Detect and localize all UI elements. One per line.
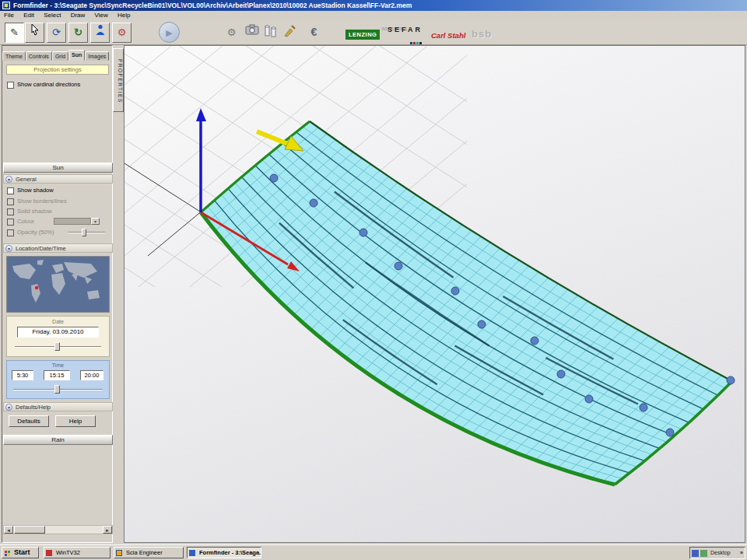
membrane-node [270, 174, 278, 182]
refresh-icon: ↻ [74, 26, 82, 38]
euro-icon[interactable]: € [305, 24, 323, 41]
membrane-node [451, 287, 459, 295]
collapse-icon[interactable]: ▾ [5, 176, 12, 183]
menu-file[interactable]: File [0, 11, 18, 19]
update-tool-button[interactable]: ↻ [68, 23, 88, 43]
colour-row: Colour ▾ [7, 218, 34, 226]
time-slider-thumb[interactable] [54, 385, 60, 394]
menu-edit[interactable]: Edit [19, 11, 38, 19]
brush-icon[interactable] [280, 24, 298, 41]
taskbar: Start WinTV32 Scia Engineer Formfinder -… [0, 544, 747, 560]
toolbar: ✎ ⟳ ↻ ⚙ ▶ ⚙ [0, 19, 747, 45]
play-button[interactable]: ▶ [159, 22, 180, 43]
menu-draw[interactable]: Draw [67, 11, 89, 19]
partner-logo: bsb [472, 26, 492, 40]
app-icon [2, 2, 10, 9]
sun-panel: ThemeControlsGridSunImages Projection se… [2, 45, 113, 543]
panel-scrollbar[interactable]: ◄ ► [3, 525, 113, 534]
location-marker [35, 286, 38, 289]
tab-grid[interactable]: Grid [52, 51, 68, 61]
scroll-right-icon[interactable]: ► [103, 526, 112, 534]
tab-controls[interactable]: Controls [26, 51, 52, 61]
windows-flag-icon [5, 551, 11, 557]
gears-icon[interactable]: ⚙ [223, 24, 240, 41]
properties-tab[interactable]: PROPERTIES [113, 48, 124, 112]
membrane-node [478, 320, 486, 328]
general-group-header[interactable]: ▾ General [3, 174, 113, 184]
carlstahl-logo: Carl Stahl [431, 27, 465, 41]
sun-section-header[interactable]: Sun [3, 163, 113, 173]
date-group: Date Friday, 03.09.2010 [6, 316, 110, 357]
location-group-header[interactable]: ▾ Location/Date/Time [3, 243, 113, 253]
menu-help[interactable]: Help [114, 11, 134, 19]
membrane-node [666, 429, 674, 436]
colour-swatch [54, 218, 91, 225]
show-shadow-row[interactable]: Show shadow [7, 187, 54, 195]
membrane-node [359, 229, 367, 236]
task-formfinder[interactable]: Formfinder - 3:\Seaga... [187, 547, 261, 558]
tray-icon-2[interactable] [700, 550, 707, 557]
membrane-node [531, 337, 538, 345]
date-field[interactable]: Friday, 03.09.2010 [17, 327, 99, 338]
system-tray: Desktop » [689, 547, 745, 559]
solid-shadow-checkbox [7, 208, 14, 215]
tab-images[interactable]: Images [85, 51, 109, 61]
collapse-icon[interactable]: ▾ [5, 404, 12, 411]
solid-shadow-row: Solid shadow [7, 208, 52, 216]
menu-view[interactable]: View [91, 11, 112, 19]
defaults-button[interactable]: Defaults [9, 415, 49, 427]
time-current-field[interactable]: 15:15 [44, 370, 70, 380]
tray-chevron-icon[interactable]: » [740, 548, 743, 558]
colour-checkbox [7, 219, 14, 226]
date-label: Date [7, 319, 109, 324]
time-slider[interactable] [13, 385, 103, 395]
opacity-row: Opacity (50%) [7, 229, 54, 237]
formfinder-icon [189, 550, 195, 556]
date-slider[interactable] [15, 342, 101, 352]
camera-icon[interactable] [243, 24, 261, 41]
sefar-logo: SEFAR [388, 26, 423, 40]
time-label: Time [7, 362, 109, 368]
z-axis-arrow [196, 108, 206, 212]
tab-sun[interactable]: Sun [68, 50, 85, 61]
wintv-icon [46, 550, 52, 556]
orbit-icon: ⟳ [52, 26, 61, 38]
start-button[interactable]: Start [2, 547, 39, 558]
orbit-tool-button[interactable]: ⟳ [47, 23, 66, 43]
show-borders-row: Show borders/lines [7, 198, 67, 206]
show-cardinal-checkbox[interactable] [7, 82, 14, 89]
projection-settings-button[interactable]: Projection settings [6, 65, 109, 75]
scroll-thumb[interactable] [14, 526, 45, 534]
scroll-left-icon[interactable]: ◄ [4, 526, 13, 534]
rain-section-header[interactable]: Rain [3, 435, 113, 445]
membrane-node [557, 370, 565, 378]
play-icon: ▶ [166, 28, 172, 37]
time-end-field: 20:00 [80, 370, 103, 380]
viewport-3d[interactable] [124, 45, 745, 543]
tray-icon-1[interactable] [692, 550, 699, 557]
membrane-node [585, 395, 593, 403]
menu-select[interactable]: Select [40, 11, 65, 19]
person-tool-button[interactable] [90, 23, 110, 43]
select-tool-button[interactable] [25, 23, 44, 43]
panel-tabs: ThemeControlsGridSunImages [2, 50, 114, 61]
scene-canvas[interactable] [124, 46, 745, 542]
collapse-icon[interactable]: ▾ [5, 245, 12, 252]
date-slider-thumb[interactable] [54, 342, 60, 351]
help-button[interactable]: Help [55, 415, 96, 427]
task-scia-engineer[interactable]: Scia Engineer [114, 547, 184, 558]
opacity-slider [68, 229, 105, 237]
show-shadow-checkbox[interactable] [7, 187, 14, 194]
world-map[interactable] [6, 256, 110, 313]
columns-icon[interactable] [261, 24, 279, 41]
person-icon [94, 23, 107, 37]
settings-tool-button[interactable]: ⚙ [112, 23, 132, 43]
defaults-group-header[interactable]: ▾ Defaults/Help [3, 402, 113, 411]
pencil-tool-button[interactable]: ✎ [5, 23, 24, 43]
show-cardinal-checkbox-row[interactable]: Show cardinal directions [7, 81, 80, 89]
show-borders-checkbox [7, 198, 14, 205]
tab-theme[interactable]: Theme [2, 51, 26, 61]
title-bar[interactable]: Formfinder - 3:\Seagate Sync\SyncRecycle… [0, 0, 747, 11]
time-start-field: 5:30 [12, 370, 33, 380]
task-wintv32[interactable]: WinTV32 [44, 547, 110, 558]
